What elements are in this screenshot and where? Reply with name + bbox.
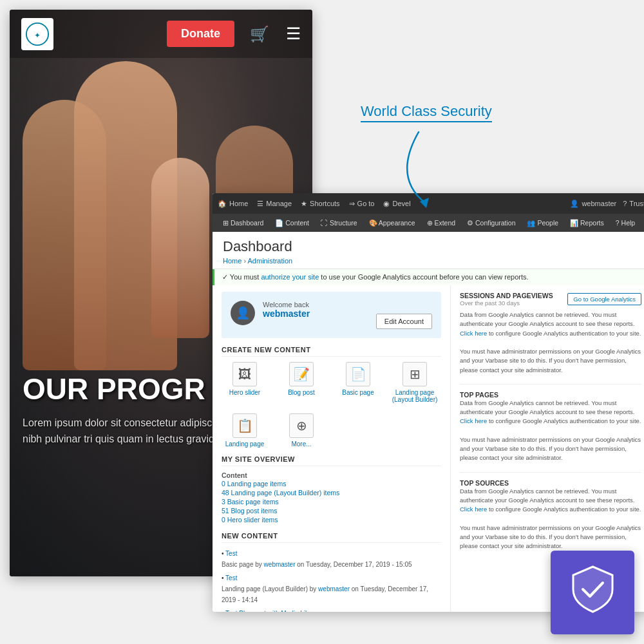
create-hero-slider[interactable]: 🖼 Hero slider (222, 362, 268, 403)
new-content-item-2: • Test Landing page (Layout Builder) by … (222, 573, 441, 605)
create-more[interactable]: ⊕ More... (278, 413, 325, 448)
top-pages-text: Data from Google Analytics cannot be ret… (460, 399, 641, 463)
top-pages-section: TOP PAGES Data from Google Analytics can… (460, 391, 641, 463)
toolbar-devel[interactable]: ◉ Devel (383, 200, 410, 208)
top-sources-text: Data from Google Analytics cannot be ret… (460, 487, 641, 551)
sessions-title: SESSIONS AND PAGEVIEWS (460, 292, 553, 299)
figure-4 (151, 158, 209, 338)
sessions-subtitle: Over the past 30 days (460, 299, 553, 307)
landing-builder-icon: ⊞ (402, 362, 427, 386)
overview-group-title: Content (222, 471, 441, 479)
more-icon: ⊕ (289, 413, 314, 438)
welcome-block: 👤 Welcome back webmaster Edit Account (222, 292, 441, 338)
shield-icon (569, 564, 617, 622)
blog-post-icon: 📝 (289, 362, 314, 386)
landing-icon: 📋 (232, 413, 257, 438)
site-overview-title: MY SITE OVERVIEW (222, 455, 441, 466)
sessions-section: SESSIONS AND PAGEVIEWS Over the past 30 … (460, 292, 641, 375)
toolbar2-dashboard[interactable]: ⊞ Dashboard (218, 217, 269, 229)
toolbar2-reports[interactable]: 📊 Reports (565, 217, 609, 229)
dash-left: 👤 Welcome back webmaster Edit Account CR… (213, 285, 451, 612)
svg-text:✦: ✦ (34, 30, 41, 39)
top-sources-title: TOP SOURCES (460, 479, 641, 487)
toolbar-user[interactable]: 👤 webmaster (570, 200, 616, 208)
toolbar2-appearance[interactable]: 🎨 Appearance (364, 217, 421, 229)
overview-item-5[interactable]: 0 Hero slider items (222, 515, 441, 524)
create-landing-builder[interactable]: ⊞ Landing page (Layout Builder) (392, 362, 438, 403)
create-basic-page[interactable]: 📄 Basic page (335, 362, 381, 403)
annotation: World Class Security (361, 103, 492, 122)
toolbar2-content[interactable]: 📄 Content (270, 217, 314, 229)
new-content-title: NEW CONTENT (222, 532, 441, 543)
new-content-item-3: • Test Blog post with Media Library Blog… (222, 608, 441, 612)
create-blog-post[interactable]: 📝 Blog post (278, 362, 325, 403)
toolbar-trust[interactable]: ? Trust (623, 200, 644, 207)
create-content-title: CREATE NEW CONTENT (222, 346, 441, 357)
avatar: 👤 (231, 301, 255, 325)
toolbar-manage[interactable]: ☰ Manage (257, 200, 292, 208)
hero-slider-icon: 🖼 (232, 362, 257, 386)
overview-item-4[interactable]: 51 Blog post items (222, 506, 441, 515)
toolbar2-help[interactable]: ? Help (611, 217, 640, 229)
welcome-label: Welcome back (263, 301, 310, 308)
basic-page-icon: 📄 (346, 362, 370, 386)
donate-button[interactable]: Donate (167, 21, 234, 47)
annotation-title: World Class Security (361, 103, 492, 120)
toolbar2-structure[interactable]: ⛶ Structure (316, 217, 363, 229)
drupal-dashboard: 🏠 Home ☰ Manage ★ Shortcuts ⇒ Go to ◉ De… (213, 193, 644, 612)
new-content-item-1: • Test Basic page by webmaster on Tuesda… (222, 548, 441, 570)
dash-title: Dashboard (223, 238, 640, 255)
alert-bar: ✓ You must authorize your site to use yo… (213, 269, 644, 285)
username-link[interactable]: webmaster (263, 308, 310, 319)
breadcrumb-admin[interactable]: Administration (248, 257, 293, 265)
edit-account-button[interactable]: Edit Account (376, 314, 432, 329)
sessions-text: Data from Google Analytics cannot be ret… (460, 310, 641, 375)
toolbar2-extend[interactable]: ⊕ Extend (422, 217, 461, 229)
admin-toolbar: 🏠 Home ☰ Manage ★ Shortcuts ⇒ Go to ◉ De… (213, 193, 644, 214)
new-content-list: • Test Basic page by webmaster on Tuesda… (222, 548, 441, 612)
welcome-text: Welcome back webmaster (263, 301, 310, 319)
go-analytics-button[interactable]: Go to Google Analytics (567, 293, 641, 305)
site-overview: Content 0 Landing page items 48 Landing … (222, 471, 441, 524)
breadcrumb: Home › Administration (223, 257, 640, 265)
dash-header: Dashboard Home › Administration (213, 232, 644, 269)
content-icons: 🖼 Hero slider 📝 Blog post 📄 Basic page ⊞… (222, 362, 441, 448)
annotation-underline (361, 121, 492, 122)
site-header: ✦ Donate 🛒 ☰ (10, 10, 312, 58)
toolbar-home[interactable]: 🏠 Home (218, 200, 248, 208)
hamburger-icon[interactable]: ☰ (286, 24, 301, 44)
toolbar-goto[interactable]: ⇒ Go to (349, 200, 375, 208)
alert-link[interactable]: authorize your site (261, 273, 319, 281)
overview-item-1[interactable]: 0 Landing page items (222, 479, 441, 488)
security-badge (551, 551, 634, 634)
toolbar-right: 👤 webmaster ? Trust (570, 200, 644, 208)
overview-item-3[interactable]: 3 Basic page items (222, 497, 441, 506)
toolbar-shortcuts[interactable]: ★ Shortcuts (301, 200, 339, 208)
overview-item-2[interactable]: 48 Landing page (Layout Builder) items (222, 488, 441, 497)
toolbar2-configuration[interactable]: ⚙ Configuration (462, 217, 520, 229)
breadcrumb-home[interactable]: Home (223, 257, 242, 265)
cart-icon[interactable]: 🛒 (250, 25, 269, 43)
toolbar2-people[interactable]: 👥 People (522, 217, 564, 229)
top-sources-section: TOP SOURCES Data from Google Analytics c… (460, 479, 641, 551)
admin-toolbar2: ⊞ Dashboard 📄 Content ⛶ Structure 🎨 Appe… (213, 214, 644, 232)
create-landing[interactable]: 📋 Landing page (222, 413, 268, 448)
site-logo: ✦ (21, 18, 53, 50)
sessions-header: SESSIONS AND PAGEVIEWS Over the past 30 … (460, 292, 641, 307)
top-pages-title: TOP PAGES (460, 391, 641, 399)
